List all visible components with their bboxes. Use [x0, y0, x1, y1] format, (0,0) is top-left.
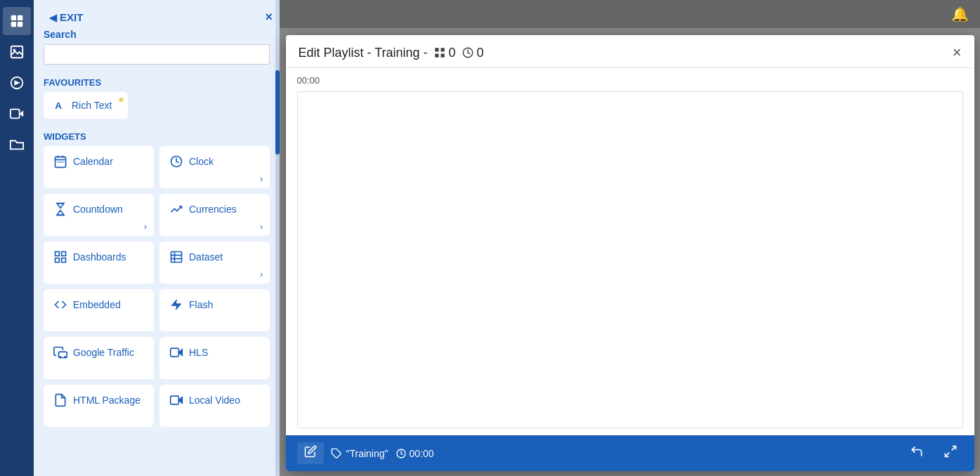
main-area: 🔔 sync test Edit Playlist - Training - 0: [280, 0, 980, 476]
modal-body: 00:00: [286, 68, 974, 435]
modal-footer: "Training" 00:00: [286, 435, 974, 471]
search-label: Search: [44, 29, 270, 40]
exit-button[interactable]: ◀ EXIT: [41, 6, 91, 29]
svg-text:A: A: [55, 100, 62, 111]
svg-rect-2: [11, 22, 16, 27]
edit-playlist-modal: Edit Playlist - Training - 0 0: [286, 35, 974, 471]
timeline-area[interactable]: [297, 91, 963, 428]
modal-time-count: 0: [477, 46, 484, 60]
exit-label: EXIT: [60, 11, 83, 23]
svg-rect-38: [440, 48, 444, 51]
dataset-chevron-icon: ›: [260, 270, 263, 279]
svg-marker-7: [14, 80, 20, 85]
search-input[interactable]: [44, 44, 270, 65]
modal-clock-icon: 0: [462, 46, 484, 60]
sidebar-video-icon[interactable]: [3, 100, 31, 128]
widgets-label: WIDGETS: [34, 126, 280, 146]
widget-google-traffic[interactable]: Google Traffic: [44, 337, 154, 379]
widget-dataset[interactable]: Dataset ›: [159, 242, 270, 284]
calendar-icon: [53, 154, 67, 168]
widget-embedded-label: Embedded: [73, 299, 121, 310]
flash-icon: [169, 298, 183, 312]
svg-rect-0: [11, 15, 16, 20]
html-package-icon: [53, 393, 67, 407]
svg-marker-29: [171, 299, 182, 311]
widget-dashboards-label: Dashboards: [73, 251, 126, 263]
widget-countdown-label: Countdown: [73, 204, 123, 215]
widget-clock-label: Clock: [189, 156, 214, 167]
countdown-icon: [53, 202, 67, 216]
favourites-label: FAVOURITES: [34, 72, 280, 92]
svg-rect-3: [18, 22, 22, 27]
widget-html-package[interactable]: HTML Package: [44, 385, 154, 427]
tag-icon: [331, 448, 342, 459]
svg-rect-8: [11, 110, 20, 119]
widget-countdown[interactable]: Countdown ›: [44, 194, 154, 236]
modal-title-text: Edit Playlist - Training -: [299, 46, 428, 60]
modal-header: Edit Playlist - Training - 0 0: [286, 35, 974, 68]
clock-icon: [169, 154, 183, 168]
widgets-section: Calendar Clock ›: [34, 146, 280, 427]
close-panel-button[interactable]: ×: [265, 10, 273, 25]
svg-rect-24: [62, 258, 66, 263]
svg-point-31: [60, 357, 61, 358]
svg-rect-37: [435, 48, 438, 51]
widget-hls[interactable]: HLS: [159, 337, 270, 379]
widget-embedded[interactable]: Embedded: [44, 289, 154, 331]
svg-rect-39: [435, 54, 438, 58]
footer-actions: [904, 443, 963, 463]
rich-text-icon: A: [53, 99, 66, 112]
widget-dataset-label: Dataset: [189, 251, 223, 263]
widget-html-package-label: HTML Package: [73, 395, 141, 406]
widgets-grid: Calendar Clock ›: [44, 146, 270, 427]
widget-currencies[interactable]: Currencies ›: [159, 194, 270, 236]
sidebar-grid-icon[interactable]: [3, 7, 31, 35]
favourite-rich-text[interactable]: ★ A Rich Text: [44, 92, 128, 119]
icon-sidebar: [0, 0, 34, 476]
svg-line-44: [951, 447, 955, 451]
widget-google-traffic-label: Google Traffic: [73, 347, 134, 358]
timeline-time: 00:00: [297, 75, 963, 86]
search-section: Search: [34, 29, 280, 72]
google-traffic-icon: [53, 345, 67, 359]
footer-undo-button[interactable]: [904, 443, 929, 463]
widget-local-video[interactable]: Local Video: [159, 385, 270, 427]
svg-rect-25: [171, 252, 182, 263]
dashboards-icon: [53, 250, 67, 264]
favourite-rich-text-label: Rich Text: [72, 100, 112, 111]
widget-calendar[interactable]: Calendar: [44, 146, 154, 188]
svg-rect-21: [55, 252, 60, 256]
svg-line-45: [945, 453, 949, 457]
dataset-icon: [169, 250, 183, 264]
footer-time: 00:00: [396, 448, 434, 459]
footer-tag-label: "Training": [346, 448, 388, 459]
sidebar-folder-icon[interactable]: [3, 131, 31, 159]
modal-title: Edit Playlist - Training - 0 0: [299, 46, 484, 60]
currencies-icon: [169, 202, 183, 216]
footer-edit-icon[interactable]: [297, 442, 324, 464]
favourites-section: ★ A Rich Text: [34, 92, 280, 119]
widget-panel: ◀ EXIT × Search FAVOURITES ★ A Rich Text…: [34, 0, 280, 476]
local-video-icon: [169, 393, 183, 407]
svg-rect-23: [55, 258, 60, 263]
footer-time-label: 00:00: [410, 448, 434, 459]
svg-rect-33: [171, 348, 179, 357]
embedded-icon: [53, 298, 67, 312]
currencies-chevron-icon: ›: [260, 222, 263, 232]
widget-flash[interactable]: Flash: [159, 289, 270, 331]
widget-dashboards[interactable]: Dashboards: [44, 242, 154, 284]
sidebar-image-icon[interactable]: [3, 38, 31, 66]
widget-calendar-label: Calendar: [73, 156, 113, 167]
widget-clock[interactable]: Clock ›: [159, 146, 270, 188]
sidebar-audio-icon[interactable]: [3, 69, 31, 97]
widget-flash-label: Flash: [189, 299, 213, 310]
notification-bell-icon[interactable]: 🔔: [951, 6, 969, 22]
modal-close-button[interactable]: ×: [953, 45, 962, 60]
clock-chevron-icon: ›: [260, 174, 263, 184]
modal-grid-icon: 0: [433, 46, 456, 60]
footer-tag: "Training": [331, 448, 388, 459]
svg-rect-4: [11, 46, 23, 58]
favourite-star-icon: ★: [117, 95, 125, 105]
footer-expand-button[interactable]: [938, 443, 963, 463]
svg-rect-22: [62, 252, 66, 256]
